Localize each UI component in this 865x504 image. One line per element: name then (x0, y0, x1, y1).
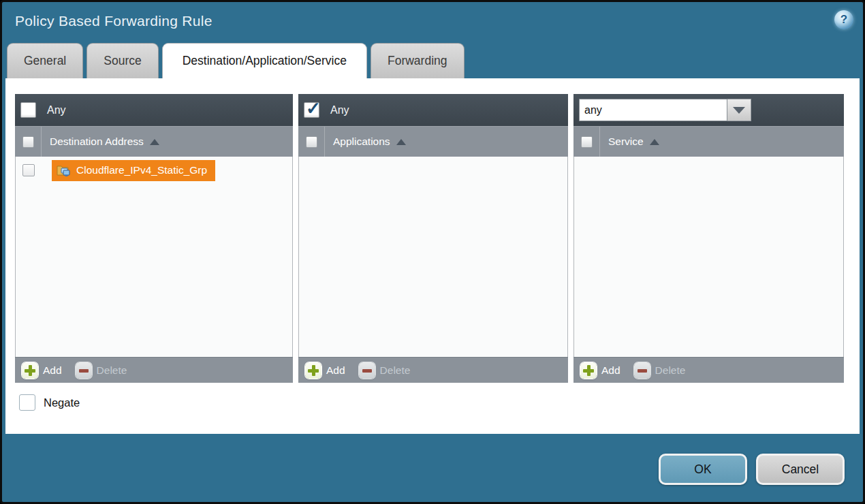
sort-asc-icon (396, 139, 406, 145)
delete-icon (359, 362, 375, 379)
service-dropdown-button[interactable] (727, 99, 751, 121)
applications-delete-button[interactable]: Delete (359, 362, 411, 379)
applications-list (298, 157, 568, 357)
destination-address-column: Any Destination Address (15, 94, 293, 383)
dialog-title: Policy Based Forwarding Rule (15, 13, 213, 29)
destination-list: Cloudflare_IPv4_Static_Grp (15, 157, 293, 357)
destination-item-label: Cloudflare_IPv4_Static_Grp (76, 164, 207, 176)
tab-destination-application-service[interactable]: Destination/Application/Service (162, 43, 367, 78)
service-column: any Service Add (573, 94, 844, 383)
add-icon (580, 362, 597, 379)
dialog-buttons: OK Cancel (659, 454, 845, 485)
destination-actions-bar: Add Delete (15, 357, 293, 383)
applications-column-header[interactable]: Applications (298, 126, 568, 157)
applications-header-label: Applications (333, 136, 390, 148)
destination-list-item: Cloudflare_IPv4_Static_Grp (16, 157, 292, 184)
destination-item-chip[interactable]: Cloudflare_IPv4_Static_Grp (52, 160, 215, 181)
service-list (573, 157, 844, 357)
columns-container: Any Destination Address (15, 94, 844, 383)
applications-select-all-checkbox[interactable] (306, 136, 317, 148)
add-icon (22, 362, 38, 379)
negate-label: Negate (44, 396, 80, 409)
service-actions-bar: Add Delete (573, 357, 844, 383)
destination-any-header: Any (15, 94, 293, 126)
negate-checkbox[interactable] (19, 394, 35, 411)
address-group-icon (57, 164, 72, 177)
applications-column: Any Applications Add Delete (298, 94, 568, 383)
tab-content-panel: Any Destination Address (5, 78, 860, 434)
destination-item-checkbox[interactable] (22, 164, 35, 176)
column-divider (599, 127, 600, 157)
negate-option: Negate (19, 394, 80, 411)
destination-add-button[interactable]: Add (22, 362, 62, 379)
column-divider (324, 127, 325, 157)
sort-asc-icon (150, 139, 159, 145)
ok-button[interactable]: OK (659, 454, 747, 485)
column-divider (41, 127, 42, 157)
service-header-label: Service (608, 136, 644, 148)
tab-general[interactable]: General (7, 43, 83, 78)
applications-any-checkbox[interactable] (304, 102, 319, 118)
applications-add-button[interactable]: Add (305, 362, 345, 379)
destination-delete-button[interactable]: Delete (76, 362, 127, 379)
add-icon (305, 362, 321, 379)
applications-any-label: Any (330, 104, 349, 116)
applications-actions-bar: Add Delete (298, 357, 568, 383)
delete-icon (634, 362, 650, 379)
service-column-header[interactable]: Service (573, 126, 844, 157)
help-icon[interactable]: ? (834, 10, 853, 29)
service-add-button[interactable]: Add (580, 362, 620, 379)
policy-forwarding-dialog: Policy Based Forwarding Rule ? General S… (0, 0, 865, 504)
tab-source[interactable]: Source (86, 43, 158, 78)
applications-any-header: Any (298, 94, 568, 126)
cancel-button[interactable]: Cancel (756, 454, 845, 485)
service-delete-button[interactable]: Delete (634, 362, 686, 379)
sort-asc-icon (650, 139, 659, 145)
destination-any-checkbox[interactable] (20, 102, 36, 118)
destination-column-header[interactable]: Destination Address (15, 126, 293, 157)
service-dropdown-header: any (573, 94, 844, 126)
destination-any-label: Any (47, 104, 66, 116)
dropdown-arrow-icon (733, 107, 745, 114)
delete-icon (76, 362, 92, 379)
service-select-all-checkbox[interactable] (581, 136, 593, 148)
service-dropdown-input[interactable]: any (579, 99, 727, 121)
service-dropdown: any (579, 99, 751, 121)
tab-bar: General Source Destination/Application/S… (7, 43, 465, 78)
destination-select-all-checkbox[interactable] (22, 136, 34, 148)
destination-header-label: Destination Address (50, 136, 144, 148)
tab-forwarding[interactable]: Forwarding (371, 43, 465, 78)
